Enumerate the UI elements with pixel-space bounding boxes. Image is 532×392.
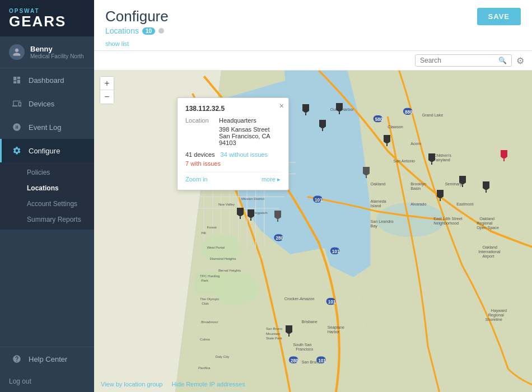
sidebar-item-configure-label: Configure bbox=[29, 147, 60, 155]
map-flag-1[interactable] bbox=[301, 104, 310, 115]
popup-devices-total: 41 devices bbox=[185, 151, 215, 158]
sidebar-item-dashboard-label: Dashboard bbox=[29, 76, 64, 85]
sidebar-item-devices[interactable]: Devices bbox=[0, 92, 94, 115]
svg-text:Colma: Colma bbox=[200, 337, 210, 341]
svg-text:101: 101 bbox=[318, 358, 326, 363]
svg-text:Brooklyn: Brooklyn bbox=[410, 182, 426, 186]
svg-text:International: International bbox=[478, 250, 501, 254]
search-box: 🔍 bbox=[415, 54, 512, 67]
svg-text:Oakland: Oakland bbox=[479, 217, 494, 221]
status-indicator bbox=[158, 28, 164, 34]
svg-text:Clawson: Clawson bbox=[388, 125, 403, 129]
svg-text:Regional: Regional bbox=[488, 313, 505, 318]
user-profile: Benny Medical Facility North bbox=[0, 36, 94, 68]
zoom-in-button[interactable]: + bbox=[100, 77, 114, 90]
svg-text:Acorn: Acorn bbox=[410, 142, 421, 146]
map-flag-sf2[interactable] bbox=[246, 209, 255, 221]
location-count-badge: 10 bbox=[142, 27, 155, 35]
svg-text:280: 280 bbox=[276, 236, 283, 241]
map-flag-sf3[interactable] bbox=[273, 211, 282, 222]
sidebar-item-help-center[interactable]: Help Center bbox=[0, 347, 94, 371]
sub-nav-account-settings[interactable]: Account Settings bbox=[0, 196, 94, 212]
map-zoom-controls: + − bbox=[100, 76, 114, 104]
map-flag-red[interactable] bbox=[500, 150, 508, 161]
svg-text:Diamond Heights: Diamond Heights bbox=[210, 256, 236, 260]
svg-text:Club: Club bbox=[202, 301, 209, 305]
map-flag-5[interactable] bbox=[362, 167, 371, 178]
svg-text:Seaplane: Seaplane bbox=[328, 325, 344, 330]
zoom-out-button[interactable]: − bbox=[100, 90, 114, 104]
main-content: Configure SAVE Locations 10 show list 🔍 … bbox=[94, 0, 532, 392]
sidebar-item-configure[interactable]: Configure bbox=[0, 139, 94, 162]
svg-text:Open Space: Open Space bbox=[477, 226, 499, 230]
sub-nav-policies[interactable]: Policies bbox=[0, 165, 94, 180]
svg-text:Mountain: Mountain bbox=[266, 332, 281, 335]
svg-text:Alvarado: Alvarado bbox=[410, 202, 426, 207]
popup-location-label: Location bbox=[185, 117, 219, 124]
svg-text:Pacifica: Pacifica bbox=[198, 366, 211, 370]
view-by-location-group-link[interactable]: View by location group bbox=[101, 381, 162, 388]
svg-text:Forest: Forest bbox=[207, 225, 217, 229]
svg-text:Hayward: Hayward bbox=[491, 309, 507, 313]
sidebar-item-event-log-label: Event Log bbox=[29, 123, 62, 132]
popup-with-issues[interactable]: 7 with issues bbox=[185, 160, 221, 167]
save-button[interactable]: SAVE bbox=[477, 8, 521, 25]
popup-location-row: Location Headquarters bbox=[185, 117, 281, 124]
popup-actions: Zoom in more ▸ bbox=[185, 172, 281, 183]
hide-remote-ip-link[interactable]: Hide Remote IP addresses bbox=[171, 381, 245, 388]
svg-text:San Leandro: San Leandro bbox=[371, 220, 394, 224]
svg-text:Broadmoor: Broadmoor bbox=[201, 320, 218, 324]
popup-close-button[interactable]: × bbox=[279, 101, 284, 110]
map-flag-8[interactable] bbox=[482, 181, 491, 193]
map-background: Golden Gate Presidio Haight-Ashbury The … bbox=[94, 71, 532, 392]
user-role: Medical Facility North bbox=[30, 53, 84, 59]
map-flag-9[interactable] bbox=[436, 190, 445, 201]
svg-text:Francisco: Francisco bbox=[296, 347, 313, 352]
sidebar-item-event-log[interactable]: Event Log bbox=[0, 115, 94, 139]
sidebar-item-dashboard[interactable]: Dashboard bbox=[0, 68, 94, 92]
svg-text:101: 101 bbox=[315, 198, 323, 203]
map-flag-3[interactable] bbox=[318, 120, 327, 131]
map-flag-2[interactable] bbox=[335, 103, 344, 114]
svg-text:Grand Lake: Grand Lake bbox=[422, 113, 443, 118]
map-flag-sf1[interactable] bbox=[236, 208, 245, 219]
map-container[interactable]: Golden Gate Presidio Haight-Ashbury The … bbox=[94, 71, 532, 392]
search-input[interactable] bbox=[420, 57, 498, 64]
map-flag-south1[interactable] bbox=[284, 325, 293, 337]
svg-text:Shoreline: Shoreline bbox=[486, 318, 502, 322]
svg-text:State Park: State Park bbox=[266, 336, 283, 340]
svg-text:San Antonio: San Antonio bbox=[394, 159, 416, 164]
svg-text:Bernal Heights: Bernal Heights bbox=[218, 268, 241, 272]
page-title: Configure bbox=[105, 8, 169, 25]
popup-without-issues[interactable]: 34 without issues bbox=[221, 151, 268, 158]
svg-text:280: 280 bbox=[291, 358, 298, 363]
popup-location-value[interactable]: Headquarters bbox=[219, 117, 256, 124]
map-flag-4[interactable] bbox=[382, 135, 391, 146]
svg-text:Island: Island bbox=[371, 204, 381, 208]
sub-nav-locations[interactable]: Locations bbox=[0, 180, 94, 196]
svg-text:Brisbane: Brisbane bbox=[302, 320, 318, 324]
map-bottom-links: View by location group Hide Remote IP ad… bbox=[101, 381, 245, 388]
svg-text:Airport: Airport bbox=[482, 254, 494, 259]
map-flag-7[interactable] bbox=[458, 176, 467, 187]
sidebar-help-label: Help Center bbox=[29, 355, 67, 363]
svg-text:Crocker-Amazon: Crocker-Amazon bbox=[284, 297, 315, 301]
settings-gear-button[interactable]: ⚙ bbox=[516, 55, 524, 66]
search-icon: 🔍 bbox=[498, 57, 507, 64]
svg-text:Park: Park bbox=[201, 278, 209, 282]
svg-text:Eastmont: Eastmont bbox=[456, 202, 473, 207]
breadcrumb: Locations 10 bbox=[105, 26, 521, 40]
sub-nav: Policies Locations Account Settings Summ… bbox=[0, 162, 94, 230]
logout-button[interactable]: Log out bbox=[0, 371, 94, 392]
popup-ip: 138.112.32.5 bbox=[185, 105, 281, 113]
svg-text:580: 580 bbox=[375, 117, 383, 122]
popup-address-line1: 398 Kansas Street bbox=[219, 126, 281, 133]
popup-more[interactable]: more ▸ bbox=[262, 176, 281, 183]
show-list-link[interactable]: show list bbox=[105, 40, 521, 47]
sub-nav-summary-reports[interactable]: Summary Reports bbox=[0, 212, 94, 227]
map-flag-6[interactable] bbox=[427, 153, 436, 165]
svg-text:Hill: Hill bbox=[201, 231, 206, 235]
breadcrumb-locations[interactable]: Locations bbox=[105, 26, 139, 35]
popup-zoom-in[interactable]: Zoom in bbox=[185, 176, 208, 183]
svg-text:East 14th Street: East 14th Street bbox=[433, 217, 462, 221]
